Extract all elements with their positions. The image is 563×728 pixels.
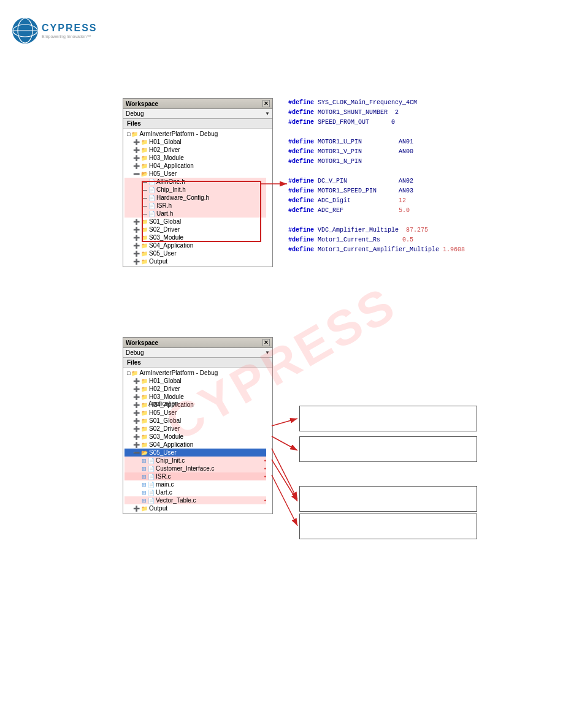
bottom-tree-h03[interactable]: ➕ 📁 H03_Module xyxy=(124,393,266,401)
bottom-tree-s05[interactable]: ➖ 📂 S05_User xyxy=(124,449,266,457)
bottom-panel-dropdown-arrow[interactable]: ▼ xyxy=(265,350,270,355)
top-panel-close[interactable]: ✕ xyxy=(262,100,270,107)
bottom-tree-h01[interactable]: ➕ 📁 H01_Global xyxy=(124,377,266,385)
bottom-tree-s02[interactable]: ➕ 📁 S02_Driver xyxy=(124,425,266,433)
bottom-tree-h02[interactable]: ➕ 📁 H02_Driver xyxy=(124,385,266,393)
bottom-tree-output[interactable]: ➕ 📁 Output xyxy=(124,504,266,512)
top-code-panel: #define SYS_CLOK_Main_Frequency_4CM #def… xyxy=(288,98,465,255)
top-tree-h03[interactable]: ➕ 📁 H03_Module xyxy=(124,154,266,162)
top-tree-allinone[interactable]: — 📄 AllInOne.h xyxy=(124,178,266,186)
logo-area: CYPRESS Empowering Innovation™ xyxy=(12,12,92,49)
bottom-workspace-panel: Workspace ✕ Debug ▼ Files □ 📁 ArmInverte… xyxy=(123,337,273,514)
bottom-box2 xyxy=(299,436,477,462)
top-tree-s02[interactable]: ➕ 📁 S02_Driver xyxy=(124,226,266,233)
bottom-tree-s04[interactable]: ➕ 📁 S04_Application xyxy=(124,441,266,449)
bottom-tree-h05[interactable]: ➕ 📁 H05_User xyxy=(124,409,266,417)
bottom-tree-h04[interactable]: ➕ 📁 H04_Application xyxy=(124,401,266,409)
watermark: CYPRESS xyxy=(0,0,563,728)
bottom-tree-chipinit-c[interactable]: ⊞ 📄 Chip_Init.c • xyxy=(124,457,266,464)
top-panel-dropdown-arrow[interactable]: ▼ xyxy=(265,111,270,116)
bottom-panel-close[interactable]: ✕ xyxy=(262,339,270,346)
bottom-tree-s01[interactable]: ➕ 📁 S01_Global xyxy=(124,417,266,425)
bottom-tree-uart-c[interactable]: ⊞ 📄 Uart.c xyxy=(124,488,266,496)
top-tree-h05[interactable]: ➖ 📂 H05_User xyxy=(124,170,266,178)
top-tree-h04[interactable]: ➕ 📁 H04_Application xyxy=(124,162,266,170)
bottom-project-name: ArmInverterPlatform - Debug xyxy=(139,370,218,376)
bottom-tree-project[interactable]: □ 📁 ArmInverterPlatform - Debug xyxy=(124,369,266,377)
bottom-panel-title: Workspace xyxy=(126,339,158,346)
top-tree-s01[interactable]: ➕ 📁 S01_Global xyxy=(124,218,266,226)
top-tree-s04[interactable]: ➕ 📁 S04_Application xyxy=(124,241,266,249)
top-panel-toolbar: Debug ▼ xyxy=(123,109,272,119)
svg-line-12 xyxy=(272,436,297,450)
svg-line-15 xyxy=(272,475,297,526)
bottom-tree-s03[interactable]: ➕ 📁 S03_Module xyxy=(124,433,266,441)
logo-icon xyxy=(12,18,38,44)
top-tree-h02[interactable]: ➕ 📁 H02_Driver xyxy=(124,146,266,154)
bottom-panel-files-label: Files xyxy=(127,359,141,366)
bottom-box3 xyxy=(299,486,477,512)
top-tree-chipinit-h[interactable]: — 📄 Chip_Init.h xyxy=(124,186,266,194)
top-tree-project[interactable]: □ 📁 ArmInverterPlatform - Debug xyxy=(124,130,266,138)
bottom-panel-titlebar: Workspace ✕ xyxy=(123,338,272,348)
top-tree-s05[interactable]: ➕ 📁 S05_User xyxy=(124,249,266,257)
bottom-panel-files-header: Files xyxy=(123,358,272,368)
bottom-tree-isr-c[interactable]: ⊞ 📄 ISR.c • xyxy=(124,472,266,480)
svg-line-11 xyxy=(272,419,297,426)
bottom-tree-main-c[interactable]: ⊞ 📄 main.c xyxy=(124,480,266,488)
top-panel-tree: □ 📁 ArmInverterPlatform - Debug ➕ 📁 H01_… xyxy=(123,129,272,267)
top-tree-isr-h[interactable]: — 📄 ISR.h xyxy=(124,202,266,210)
top-workspace-panel: Workspace ✕ Debug ▼ Files □ 📁 ArmInverte… xyxy=(123,98,273,267)
bottom-box4 xyxy=(299,514,477,539)
top-panel-titlebar: Workspace ✕ xyxy=(123,99,272,109)
top-tree-uart-h[interactable]: — 📄 Uart.h xyxy=(124,210,266,218)
bottom-box1 xyxy=(299,406,477,431)
bottom-panel-toolbar: Debug ▼ xyxy=(123,348,272,358)
bottom-tree-custinterface[interactable]: ⊞ 📄 Customer_Interface.c • xyxy=(124,464,266,472)
svg-line-13 xyxy=(272,449,297,499)
bottom-tree-vectortable[interactable]: ⊞ 📄 Vector_Table.c • xyxy=(124,496,266,504)
top-tree-output[interactable]: ➕ 📁 Output xyxy=(124,257,266,265)
top-tree-s03[interactable]: ➕ 📁 S03_Module xyxy=(124,233,266,241)
bottom-panel-dropdown-label: Debug xyxy=(126,349,144,356)
top-panel-files-label: Files xyxy=(127,120,141,127)
top-tree-h01[interactable]: ➕ 📁 H01_Global xyxy=(124,138,266,146)
top-panel-files-header: Files xyxy=(123,119,272,129)
application-label: Application xyxy=(148,400,178,407)
bottom-panel-tree: □ 📁 ArmInverterPlatform - Debug ➕ 📁 H01_… xyxy=(123,368,272,514)
top-panel-title: Workspace xyxy=(126,100,158,107)
top-project-name: ArmInverterPlatform - Debug xyxy=(139,131,218,137)
svg-line-14 xyxy=(272,460,297,501)
logo-company-name: CYPRESS xyxy=(42,23,97,34)
top-panel-dropdown-label: Debug xyxy=(126,110,144,117)
top-tree-hwconfig[interactable]: — 📄 Hardware_Config.h xyxy=(124,194,266,202)
logo-tagline: Empowering Innovation™ xyxy=(42,34,97,39)
